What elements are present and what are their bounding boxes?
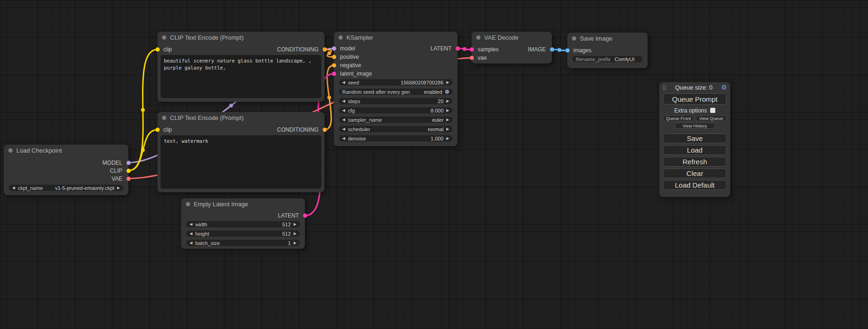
widget-label: cfg — [348, 108, 355, 113]
node-load-checkpoint[interactable]: Load Checkpoint MODEL CLIP VAE ◀ ckpt_na… — [4, 145, 128, 195]
increment-icon[interactable]: ▶ — [294, 232, 296, 236]
prompt-text-input[interactable]: beautiful scenery nature glass bottle la… — [161, 55, 321, 98]
drag-handle-icon[interactable]: ⣿ — [663, 84, 666, 91]
save-button[interactable]: Save — [663, 133, 727, 143]
input-port-vae[interactable] — [470, 56, 474, 60]
settings-gear-icon[interactable]: ⚙ — [721, 84, 727, 91]
increment-icon[interactable]: ▶ — [294, 241, 296, 245]
increment-icon[interactable]: ▶ — [446, 127, 449, 131]
increment-icon[interactable]: ▶ — [117, 186, 120, 190]
widget-seed[interactable]: ◀ seed 156680208700286 ▶ — [339, 79, 453, 86]
clear-button[interactable]: Clear — [663, 168, 727, 178]
output-port-conditioning[interactable] — [323, 48, 327, 52]
view-queue-button[interactable]: View Queue — [696, 115, 727, 121]
collapse-icon[interactable] — [572, 36, 576, 41]
input-port-latent-image[interactable] — [332, 72, 336, 76]
widget-value: 156680208700286 — [401, 80, 444, 85]
input-port-positive[interactable] — [332, 55, 336, 59]
node-vae-decode[interactable]: VAE Decode samples IMAGE vae — [472, 32, 552, 63]
node-header[interactable]: KSampler — [334, 32, 458, 43]
widget-label: filename_prefix — [576, 56, 611, 62]
view-history-button[interactable]: View History — [674, 123, 715, 129]
node-clip-text-encode-negative[interactable]: CLIP Text Encode (Prompt) clip CONDITION… — [157, 112, 325, 192]
input-port-clip[interactable] — [155, 128, 160, 132]
increment-icon[interactable]: ▶ — [446, 109, 449, 112]
input-port-negative[interactable] — [332, 63, 336, 68]
node-header[interactable]: CLIP Text Encode (Prompt) — [157, 112, 325, 123]
output-port-clip[interactable] — [127, 168, 131, 173]
output-port-image[interactable] — [550, 48, 554, 52]
decrement-icon[interactable]: ◀ — [342, 81, 345, 84]
prompt-text-input[interactable]: text, watermark — [161, 135, 321, 189]
output-port-model[interactable] — [127, 161, 131, 165]
widget-sampler-name[interactable]: ◀ sampler_name euler ▶ — [339, 116, 453, 123]
output-port-latent[interactable] — [303, 214, 307, 218]
input-port-samples[interactable] — [470, 48, 474, 52]
widget-height[interactable]: ◀ height 512 ▶ — [186, 230, 300, 237]
widget-denoise[interactable]: ◀ denoise 1.000 ▶ — [339, 135, 453, 142]
decrement-icon[interactable]: ◀ — [190, 232, 192, 236]
widget-cfg[interactable]: ◀ cfg 8.000 ▶ — [339, 107, 453, 114]
slot-row-positive: positive — [334, 53, 458, 61]
decrement-icon[interactable]: ◀ — [342, 99, 345, 103]
decrement-icon[interactable]: ◀ — [342, 137, 345, 140]
input-label-clip: clip — [163, 46, 172, 53]
node-header[interactable]: Load Checkpoint — [4, 145, 128, 156]
queue-front-button[interactable]: Queue Front — [663, 115, 694, 121]
load-button[interactable]: Load — [663, 145, 727, 155]
input-label-latent-image: latent_image — [340, 70, 372, 77]
collapse-icon[interactable] — [162, 116, 166, 120]
collapse-icon[interactable] — [476, 35, 480, 40]
node-empty-latent-image[interactable]: Empty Latent Image LATENT ◀ width 512 ▶ … — [181, 198, 305, 249]
input-port-images[interactable] — [565, 49, 570, 53]
node-header[interactable]: Save Image — [567, 33, 648, 44]
widget-scheduler[interactable]: ◀ scheduler normal ▶ — [339, 126, 453, 133]
increment-icon[interactable]: ▶ — [446, 137, 449, 140]
collapse-icon[interactable] — [162, 35, 166, 40]
collapse-icon[interactable] — [8, 148, 13, 153]
node-clip-text-encode-positive[interactable]: CLIP Text Encode (Prompt) clip CONDITION… — [157, 32, 325, 102]
node-header[interactable]: VAE Decode — [472, 32, 552, 43]
node-ksampler[interactable]: KSampler model LATENT positive negative … — [334, 32, 458, 146]
output-port-conditioning[interactable] — [323, 128, 327, 132]
output-port-vae[interactable] — [127, 176, 131, 181]
decrement-icon[interactable]: ◀ — [342, 109, 345, 112]
output-port-latent[interactable] — [456, 47, 460, 51]
increment-icon[interactable]: ▶ — [294, 223, 296, 226]
decrement-icon[interactable]: ◀ — [190, 223, 192, 226]
decrement-icon[interactable]: ◀ — [12, 186, 15, 190]
collapse-icon[interactable] — [186, 202, 190, 206]
decrement-icon[interactable]: ◀ — [342, 127, 345, 131]
input-port-model[interactable] — [332, 47, 336, 51]
graph-canvas[interactable]: Load Checkpoint MODEL CLIP VAE ◀ ckpt_na… — [0, 0, 868, 329]
input-label-vae: vae — [478, 55, 487, 61]
node-header[interactable]: CLIP Text Encode (Prompt) — [157, 32, 325, 43]
input-port-clip[interactable] — [155, 48, 160, 52]
increment-icon[interactable]: ▶ — [446, 118, 449, 122]
increment-icon[interactable]: ▶ — [446, 99, 449, 103]
widget-value: 1 — [288, 240, 291, 246]
wire-midpoint-dot — [463, 47, 466, 51]
widget-value: v1-5-pruned-emaonly.ckpt — [55, 185, 114, 191]
decrement-icon[interactable]: ◀ — [190, 241, 192, 245]
widget-label: batch_size — [195, 240, 220, 246]
toggle-ball-icon[interactable] — [445, 90, 449, 94]
widget-width[interactable]: ◀ width 512 ▶ — [186, 221, 300, 228]
load-default-button[interactable]: Load Default — [663, 180, 727, 190]
extra-options-row: Extra options — [663, 107, 727, 114]
refresh-button[interactable]: Refresh — [663, 157, 727, 167]
increment-icon[interactable]: ▶ — [446, 81, 449, 84]
input-label-clip: clip — [163, 126, 172, 133]
slot-row-latent-image: latent_image — [334, 70, 458, 78]
node-header[interactable]: Empty Latent Image — [181, 198, 305, 210]
node-save-image[interactable]: Save Image images filename_prefix ComfyU… — [567, 33, 648, 68]
collapse-icon[interactable] — [339, 35, 343, 40]
decrement-icon[interactable]: ◀ — [342, 118, 345, 122]
widget-filename-prefix[interactable]: filename_prefix ComfyUI — [572, 56, 643, 63]
extra-options-checkbox[interactable] — [710, 108, 715, 113]
widget-ckpt-name[interactable]: ◀ ckpt_name v1-5-pruned-emaonly.ckpt ▶ — [8, 184, 124, 191]
widget-random-seed-toggle[interactable]: Random seed after every gen enabled — [339, 88, 453, 95]
widget-steps[interactable]: ◀ steps 20 ▶ — [339, 98, 453, 105]
queue-prompt-button[interactable]: Queue Prompt — [663, 93, 727, 105]
widget-batch-size[interactable]: ◀ batch_size 1 ▶ — [186, 239, 300, 246]
